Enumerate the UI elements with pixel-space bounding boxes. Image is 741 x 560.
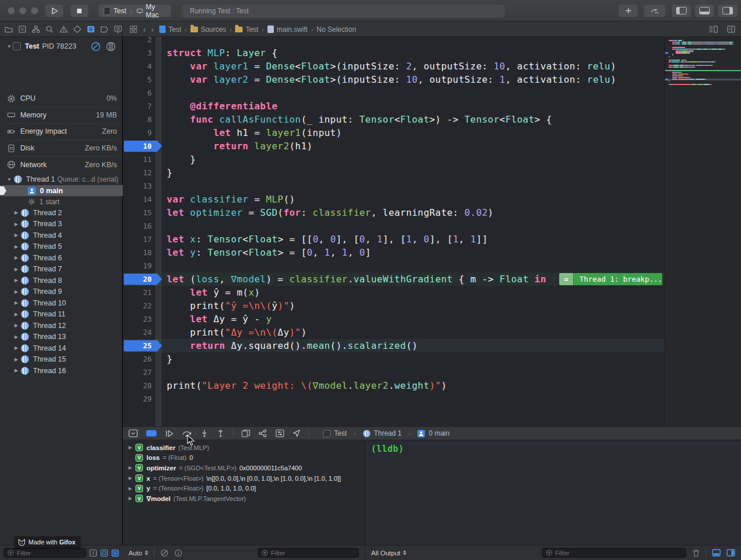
gauge-row-memory[interactable]: Memory19 MB <box>0 107 123 124</box>
hide-debug-area-icon[interactable] <box>129 429 138 437</box>
filter-input[interactable] <box>17 550 82 557</box>
breakpoint-annotation-badge[interactable]: =Thread 1: breakp... <box>559 273 662 285</box>
disclosure-triangle-icon[interactable]: ▶ <box>13 334 20 340</box>
code-line[interactable]: 19 <box>123 259 741 272</box>
code-line[interactable]: 9 let h1 = layer1(input) <box>123 126 741 139</box>
memory-graph-icon[interactable] <box>258 429 267 437</box>
disclosure-triangle-icon[interactable]: ▶ <box>13 323 20 328</box>
thread-1-row[interactable]: ▼ Thread 1 Queue: c...d (serial) <box>0 174 123 185</box>
filter-stack-frames-icon[interactable] <box>111 549 119 557</box>
run-button[interactable] <box>45 4 64 17</box>
code-line[interactable]: 22 print("ŷ =\n\(ŷ)") <box>123 299 741 312</box>
continue-execution-icon[interactable] <box>165 430 174 437</box>
disclosure-triangle-icon[interactable]: ▶ <box>13 289 20 294</box>
gauge-row-network[interactable]: NetworkZero KB/s <box>0 156 123 173</box>
debug-crumb-process[interactable]: Test <box>334 429 347 437</box>
symbol-navigator-icon[interactable] <box>32 25 41 34</box>
test-navigator-icon[interactable] <box>73 25 82 34</box>
process-row[interactable]: ▼ Test PID 78223 <box>0 40 123 52</box>
code-line[interactable]: 18let y: Tensor<Float> = [0, 1, 1, 0] <box>123 246 741 259</box>
library-button[interactable] <box>618 4 638 17</box>
thread-row[interactable]: ▶Thread 3 <box>0 219 123 230</box>
breadcrumb-group[interactable]: Test <box>235 25 258 34</box>
code-line[interactable]: 16 <box>123 219 741 233</box>
stack-frame-row[interactable]: 0 main <box>0 185 123 196</box>
breakpoint-navigator-icon[interactable] <box>100 25 109 34</box>
code-line[interactable]: 15let optimizer = SGD(for: classifier, l… <box>123 206 741 219</box>
disclosure-triangle-icon[interactable]: ▶ <box>129 496 135 501</box>
info-icon[interactable] <box>174 549 182 557</box>
thread-row[interactable]: ▶Thread 9 <box>0 286 123 298</box>
code-line[interactable]: 4 var layer1 = Dense<Float>(inputSize: 2… <box>123 60 741 73</box>
dock-debug-right-icon[interactable] <box>727 549 735 557</box>
disclosure-triangle-icon[interactable]: ▶ <box>13 222 20 227</box>
go-forward-button[interactable]: › <box>151 24 154 34</box>
thread-row[interactable]: ▶Thread 16 <box>0 365 123 377</box>
variable-row[interactable]: ▶V∇model(Test.MLP.TangentVector) <box>123 493 365 504</box>
code-line[interactable]: 5 var layer2 = Dense<Float>(inputSize: 1… <box>123 73 741 86</box>
breadcrumb-sources[interactable]: Sources <box>190 25 226 34</box>
breadcrumb-selection[interactable]: No Selection <box>317 25 356 34</box>
disclosure-triangle-icon[interactable]: ▶ <box>129 486 135 491</box>
code-line[interactable]: 21 let ŷ = m(x) <box>123 286 741 299</box>
issue-navigator-icon[interactable] <box>59 25 68 34</box>
disclosure-triangle-icon[interactable]: ▶ <box>13 233 20 238</box>
step-into-icon[interactable] <box>200 429 208 437</box>
disclosure-triangle-icon[interactable]: ▶ <box>13 210 20 215</box>
thread-row[interactable]: ▶Thread 10 <box>0 297 123 309</box>
code-line[interactable]: 2 <box>123 37 741 46</box>
scheme-selector[interactable]: Test › My Mac <box>98 4 171 17</box>
code-line[interactable]: 23 let Δy = ŷ - y <box>123 312 741 326</box>
code-line[interactable]: 26} <box>123 352 741 366</box>
go-back-button[interactable]: ‹ <box>143 24 146 34</box>
disclosure-triangle-icon[interactable]: ▶ <box>13 312 20 317</box>
disclosure-triangle-icon[interactable]: ▶ <box>13 345 20 351</box>
thread-row[interactable]: ▶Thread 15 <box>0 354 123 366</box>
navigator-filter-field[interactable] <box>3 548 86 558</box>
thread-row[interactable]: ▶Thread 2 <box>0 207 123 219</box>
disclosure-triangle-icon[interactable]: ▶ <box>13 300 20 305</box>
trash-icon[interactable] <box>692 549 700 557</box>
dock-debug-bottom-icon[interactable] <box>712 549 721 557</box>
code-line[interactable]: 29 <box>123 392 741 406</box>
minimize-window-button[interactable] <box>19 7 27 14</box>
thread-row[interactable]: ▶Thread 7 <box>0 264 123 275</box>
disclosure-triangle-icon[interactable]: ▶ <box>129 445 135 450</box>
code-line[interactable]: 13 <box>123 179 741 193</box>
variable-row[interactable]: ▶Vclassifier(Test.MLP) <box>123 443 365 453</box>
code-line[interactable]: 14var classifier = MLP() <box>123 193 741 206</box>
variable-row[interactable]: ▶Vx= (Tensor<Float>)\n[[0.0, 0.0],\n [0.… <box>123 473 365 484</box>
thread-row[interactable]: ▶Thread 8 <box>0 275 123 286</box>
thread-row[interactable]: ▶Thread 12 <box>0 320 123 331</box>
console-output-dropdown[interactable]: All Output <box>371 550 406 557</box>
disclosure-triangle-icon[interactable]: ▼ <box>6 44 13 49</box>
thread-row[interactable]: ▶Thread 11 <box>0 309 123 320</box>
disclosure-triangle-icon[interactable]: ▶ <box>13 255 20 260</box>
toggle-inspector-button[interactable] <box>718 4 738 17</box>
debug-navigator-icon[interactable] <box>86 25 95 34</box>
code-line[interactable]: 27 <box>123 366 741 379</box>
breadcrumb-project[interactable]: Test <box>159 25 181 34</box>
gauge-row-energy-impact[interactable]: Energy ImpactZero <box>0 123 123 140</box>
code-line[interactable]: 17let x: Tensor<Float> = [[0, 0], [0, 1]… <box>123 233 741 246</box>
disclosure-triangle-icon[interactable]: ▶ <box>129 465 135 470</box>
view-mode-icon[interactable] <box>106 42 116 51</box>
toggle-navigator-button[interactable] <box>672 4 691 17</box>
zoom-window-button[interactable] <box>31 7 38 14</box>
filter-input[interactable] <box>555 550 683 557</box>
code-line[interactable]: 24 print("Δy =\n\(Δy)") <box>123 326 741 339</box>
source-control-navigator-icon[interactable] <box>19 25 27 34</box>
disclosure-triangle-icon[interactable]: ▶ <box>13 267 20 272</box>
view-debugger-icon[interactable] <box>241 429 250 437</box>
code-line[interactable]: 7 @differentiable <box>123 100 741 113</box>
variables-filter-field[interactable] <box>258 548 359 558</box>
variable-row[interactable]: ▶Vy= (Tensor<Float>)[0.0, 1.0, 1.0, 0.0] <box>123 483 365 493</box>
code-line[interactable]: 25 return Δy.squared().mean().scalarized… <box>123 339 741 352</box>
disclosure-triangle-icon[interactable]: ▶ <box>13 357 20 362</box>
debug-crumb-thread[interactable]: Thread 1 <box>374 429 402 437</box>
environment-overrides-icon[interactable] <box>276 429 284 437</box>
gauge-row-cpu[interactable]: CPU0% <box>0 90 123 107</box>
code-line[interactable]: 12} <box>123 166 741 179</box>
thread-row[interactable]: ▶Thread 4 <box>0 230 123 241</box>
disclosure-triangle-icon[interactable]: ▶ <box>13 368 20 373</box>
